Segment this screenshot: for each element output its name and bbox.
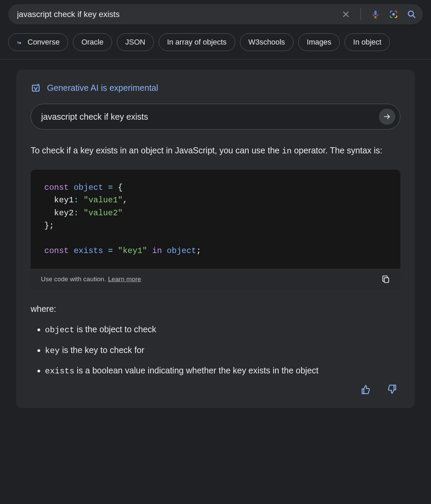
caution-text: Use code with caution. — [41, 275, 106, 283]
arrow-right-button[interactable] — [379, 108, 395, 125]
chip-label: Converse — [28, 38, 60, 47]
feedback-row — [31, 384, 400, 394]
list-item: exists is a boolean value indicating whe… — [45, 364, 400, 377]
svg-line-7 — [413, 15, 415, 18]
code-block: const object = { key1: "value1", key2: "… — [31, 170, 400, 269]
ai-query-pill: javascript check if key exists — [31, 104, 400, 130]
search-bar — [8, 4, 423, 24]
svg-point-5 — [393, 13, 395, 16]
chip-in-object[interactable]: In object — [345, 33, 390, 51]
ai-badge-text: Generative AI is experimental — [47, 83, 158, 93]
search-icon[interactable] — [407, 10, 416, 19]
code-footer: Use code with caution. Learn more — [31, 269, 400, 290]
chip-converse[interactable]: Converse — [8, 33, 68, 51]
chip-label: Oracle — [81, 38, 103, 47]
clear-icon[interactable] — [341, 10, 350, 19]
ai-answer-card: Generative AI is experimental javascript… — [16, 70, 415, 408]
ai-intro-text: To check if a key exists in an object in… — [31, 144, 400, 157]
sparkle-icon — [31, 83, 41, 93]
learn-more-link[interactable]: Learn more — [108, 275, 141, 283]
search-input[interactable] — [17, 10, 341, 19]
where-label: where: — [31, 304, 400, 314]
chip-label: W3schools — [249, 38, 285, 47]
filter-chips: Converse Oracle JSON In array of objects… — [0, 24, 431, 60]
chip-label: In object — [353, 38, 381, 47]
list-item: key is the key to check for — [45, 343, 400, 357]
svg-rect-11 — [384, 278, 389, 283]
copy-icon[interactable] — [381, 275, 390, 284]
ai-query-text: javascript check if key exists — [41, 112, 379, 122]
chip-oracle[interactable]: Oracle — [73, 33, 112, 51]
chip-label: In array of objects — [167, 38, 227, 47]
list-item: object is the object to check — [45, 323, 400, 336]
lens-icon[interactable] — [389, 10, 398, 19]
thumbs-down-icon[interactable] — [387, 384, 397, 394]
svg-rect-2 — [374, 11, 377, 15]
chip-label: JSON — [125, 38, 145, 47]
chip-json[interactable]: JSON — [117, 33, 154, 51]
chip-images[interactable]: Images — [298, 33, 340, 51]
chip-label: Images — [307, 38, 331, 47]
bullet-list: object is the object to check key is the… — [31, 323, 400, 377]
mic-icon[interactable] — [371, 9, 380, 19]
thumbs-up-icon[interactable] — [361, 384, 371, 394]
chip-w3schools[interactable]: W3schools — [240, 33, 294, 51]
svg-point-9 — [38, 84, 39, 85]
chip-in-array[interactable]: In array of objects — [159, 33, 235, 51]
separator — [361, 8, 361, 20]
